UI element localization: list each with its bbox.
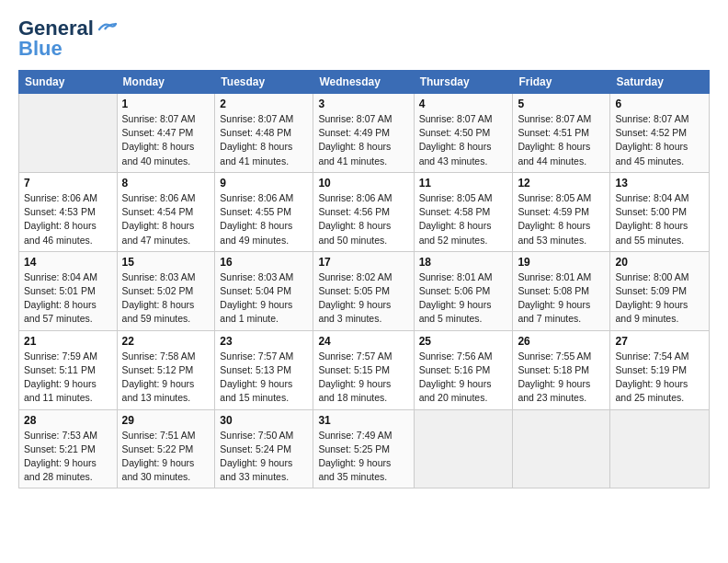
sunset-text: Sunset: 5:18 PM <box>518 364 589 375</box>
sunrise-text: Sunrise: 7:55 AM <box>518 350 591 362</box>
sunrise-text: Sunrise: 7:54 AM <box>615 350 688 362</box>
day-number: 9 <box>220 177 308 190</box>
weekday-header-cell: Sunday <box>19 71 118 94</box>
sunset-text: Sunset: 4:53 PM <box>24 206 96 217</box>
daylight-text-2: and 57 minutes. <box>24 313 93 324</box>
calendar-day-cell: 1Sunrise: 8:07 AMSunset: 4:47 PMDaylight… <box>117 94 215 173</box>
daylight-text-1: Daylight: 8 hours <box>615 220 688 231</box>
day-detail: Sunrise: 7:57 AMSunset: 5:15 PMDaylight:… <box>318 350 408 406</box>
daylight-text-1: Daylight: 9 hours <box>318 299 391 310</box>
day-number: 21 <box>24 335 112 348</box>
day-number: 27 <box>615 335 704 348</box>
calendar-day-cell: 31Sunrise: 7:49 AMSunset: 5:25 PMDayligh… <box>313 409 414 488</box>
day-number: 7 <box>24 177 112 190</box>
sunset-text: Sunset: 5:19 PM <box>615 364 687 375</box>
sunrise-text: Sunrise: 8:07 AM <box>318 113 392 124</box>
weekday-header-cell: Tuesday <box>215 71 313 94</box>
daylight-text-2: and 35 minutes. <box>318 471 387 482</box>
daylight-text-1: Daylight: 8 hours <box>122 141 195 152</box>
calendar-day-cell: 26Sunrise: 7:55 AMSunset: 5:18 PMDayligh… <box>513 330 610 409</box>
daylight-text-2: and 18 minutes. <box>318 392 387 403</box>
day-detail: Sunrise: 8:07 AMSunset: 4:52 PMDaylight:… <box>615 112 704 168</box>
calendar-day-cell: 16Sunrise: 8:03 AMSunset: 5:04 PMDayligh… <box>215 251 313 330</box>
calendar-day-cell: 14Sunrise: 8:04 AMSunset: 5:01 PMDayligh… <box>19 251 118 330</box>
day-detail: Sunrise: 8:07 AMSunset: 4:50 PMDaylight:… <box>419 112 508 168</box>
day-number: 5 <box>518 98 605 110</box>
sunset-text: Sunset: 5:02 PM <box>122 285 194 296</box>
sunset-text: Sunset: 4:54 PM <box>122 206 194 217</box>
sunset-text: Sunset: 5:16 PM <box>419 364 491 375</box>
daylight-text-1: Daylight: 8 hours <box>24 220 97 231</box>
weekday-header-cell: Friday <box>513 71 610 94</box>
calendar-day-cell: 6Sunrise: 8:07 AMSunset: 4:52 PMDaylight… <box>610 94 710 173</box>
day-number: 6 <box>615 98 704 110</box>
sunrise-text: Sunrise: 8:06 AM <box>24 192 97 203</box>
sunrise-text: Sunrise: 7:59 AM <box>24 350 97 362</box>
daylight-text-1: Daylight: 8 hours <box>518 141 590 152</box>
daylight-text-1: Daylight: 9 hours <box>220 457 292 468</box>
daylight-text-2: and 41 minutes. <box>318 155 387 167</box>
page: General Blue SundayMondayTuesdayWednesda… <box>0 0 728 563</box>
day-detail: Sunrise: 7:59 AMSunset: 5:11 PMDaylight:… <box>24 350 112 406</box>
daylight-text-2: and 40 minutes. <box>122 155 191 167</box>
weekday-header-cell: Monday <box>117 71 215 94</box>
day-number: 12 <box>518 177 605 190</box>
sunset-text: Sunset: 4:48 PM <box>220 127 291 138</box>
sunrise-text: Sunrise: 7:57 AM <box>220 350 293 362</box>
weekday-header-row: SundayMondayTuesdayWednesdayThursdayFrid… <box>19 71 710 94</box>
daylight-text-1: Daylight: 9 hours <box>122 378 195 389</box>
day-number: 26 <box>518 335 605 348</box>
calendar-day-cell: 29Sunrise: 7:51 AMSunset: 5:22 PMDayligh… <box>117 409 215 488</box>
sunrise-text: Sunrise: 8:07 AM <box>220 113 293 124</box>
sunset-text: Sunset: 5:05 PM <box>318 285 390 296</box>
day-detail: Sunrise: 8:06 AMSunset: 4:56 PMDaylight:… <box>318 191 408 247</box>
daylight-text-2: and 33 minutes. <box>220 471 289 482</box>
calendar-day-cell: 22Sunrise: 7:58 AMSunset: 5:12 PMDayligh… <box>117 330 215 409</box>
daylight-text-1: Daylight: 9 hours <box>122 457 195 468</box>
daylight-text-1: Daylight: 8 hours <box>419 220 492 231</box>
day-detail: Sunrise: 8:00 AMSunset: 5:09 PMDaylight:… <box>615 270 704 327</box>
day-number: 8 <box>122 177 210 190</box>
header: General Blue <box>18 17 710 61</box>
daylight-text-1: Daylight: 9 hours <box>419 378 492 389</box>
calendar-day-cell: 2Sunrise: 8:07 AMSunset: 4:48 PMDaylight… <box>215 94 313 173</box>
day-detail: Sunrise: 8:05 AMSunset: 4:58 PMDaylight:… <box>419 191 508 247</box>
calendar-day-cell: 28Sunrise: 7:53 AMSunset: 5:21 PMDayligh… <box>19 409 118 488</box>
day-number: 29 <box>122 414 210 427</box>
sunset-text: Sunset: 4:59 PM <box>518 206 589 217</box>
logo: General Blue <box>18 17 118 61</box>
calendar-day-cell: 27Sunrise: 7:54 AMSunset: 5:19 PMDayligh… <box>610 330 710 409</box>
daylight-text-2: and 23 minutes. <box>518 392 586 403</box>
daylight-text-1: Daylight: 8 hours <box>615 141 688 152</box>
daylight-text-1: Daylight: 9 hours <box>220 299 292 310</box>
sunset-text: Sunset: 5:25 PM <box>318 443 390 454</box>
day-number: 4 <box>419 98 508 110</box>
calendar-day-cell <box>19 94 118 173</box>
calendar-day-cell: 17Sunrise: 8:02 AMSunset: 5:05 PMDayligh… <box>313 251 414 330</box>
daylight-text-2: and 13 minutes. <box>122 392 191 403</box>
sunset-text: Sunset: 5:00 PM <box>615 206 687 217</box>
calendar-day-cell: 13Sunrise: 8:04 AMSunset: 5:00 PMDayligh… <box>610 172 710 251</box>
sunrise-text: Sunrise: 7:57 AM <box>318 350 392 362</box>
day-number: 18 <box>419 256 508 269</box>
calendar-week-row: 1Sunrise: 8:07 AMSunset: 4:47 PMDaylight… <box>19 94 710 173</box>
sunset-text: Sunset: 4:52 PM <box>615 127 687 138</box>
daylight-text-2: and 3 minutes. <box>318 313 381 324</box>
calendar-day-cell: 21Sunrise: 7:59 AMSunset: 5:11 PMDayligh… <box>19 330 118 409</box>
sunset-text: Sunset: 4:58 PM <box>419 206 491 217</box>
daylight-text-2: and 46 minutes. <box>24 235 93 246</box>
daylight-text-1: Daylight: 8 hours <box>220 141 292 152</box>
daylight-text-1: Daylight: 9 hours <box>419 299 492 310</box>
calendar-day-cell: 7Sunrise: 8:06 AMSunset: 4:53 PMDaylight… <box>19 172 118 251</box>
calendar-body: 1Sunrise: 8:07 AMSunset: 4:47 PMDaylight… <box>19 94 710 488</box>
daylight-text-1: Daylight: 8 hours <box>318 141 391 152</box>
sunrise-text: Sunrise: 8:04 AM <box>615 192 688 203</box>
daylight-text-1: Daylight: 8 hours <box>24 299 97 310</box>
day-number: 19 <box>518 256 605 269</box>
day-detail: Sunrise: 7:58 AMSunset: 5:12 PMDaylight:… <box>122 350 210 406</box>
day-number: 24 <box>318 335 408 348</box>
sunset-text: Sunset: 5:15 PM <box>318 364 390 375</box>
sunset-text: Sunset: 5:13 PM <box>220 364 291 375</box>
daylight-text-1: Daylight: 9 hours <box>615 299 688 310</box>
day-number: 23 <box>220 335 308 348</box>
